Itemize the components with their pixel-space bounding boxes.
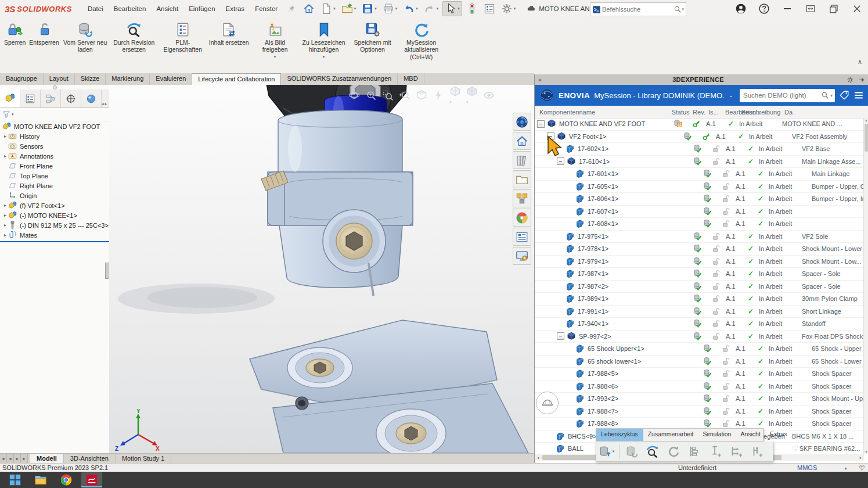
context-tab-simulation[interactable]: Simulation [698,429,736,441]
db-refresh-button[interactable]: Vom Server neu laden [63,20,108,53]
database-upload-dropdown-icon[interactable]: ▾ [613,449,615,454]
collapse-ribbon-icon[interactable]: ∧ [858,58,862,66]
enovia-search[interactable]: ▾ [740,89,835,102]
refresh-session-button[interactable]: MySession aktualisieren (Ctrl+W) [399,20,444,60]
command-search[interactable]: ▾ [590,2,686,16]
table-row[interactable]: 17-987<1>A.1✓In ArbeitSpacer - Sole [535,268,864,281]
first-tab-icon[interactable]: ◂ [0,454,7,464]
undo-dropdown-icon[interactable]: ▾ [416,6,418,11]
view-orientation-dropdown-icon[interactable]: ▾ [449,100,452,104]
plm-properties-button[interactable]: PLM-Eigenschaften [160,20,206,53]
table-row[interactable]: 17-601<1>A.1✓In ArbeitMain Linkage [535,168,864,181]
tree-item-mates[interactable]: ▸Mates [0,230,109,240]
display-style-button[interactable]: ▾ [466,86,478,105]
search-icon[interactable] [673,5,682,13]
gear-icon[interactable] [847,76,854,84]
table-row[interactable]: SP-997<2>A.1✓In ArbeitFox Float DPS Shoc… [535,331,864,343]
feature-tab-ft-dimxpert[interactable] [61,89,81,107]
menu-bearbeiten[interactable]: Bearbeiten [109,0,152,17]
table-row[interactable]: 17-610<1>A.1✓In ArbeitMain Linkage Asse.… [535,156,864,168]
table-row[interactable]: 17-987<2>A.1✓In ArbeitSpacer - Sole [535,281,864,293]
search-dropdown-icon[interactable]: ▾ [682,7,684,12]
select-cursor-dropdown-icon[interactable]: ▾ [458,6,460,11]
orbit-button[interactable] [348,89,360,101]
properties-button[interactable] [482,2,497,16]
search-scope-chevron-icon[interactable]: ▾ [830,93,833,98]
color-wheel-button[interactable] [513,209,531,227]
tab-mbd[interactable]: MBD [398,73,424,85]
scroll-down-icon[interactable]: ▼ [864,450,868,454]
database-refresh-button[interactable] [621,443,642,460]
chrome-taskbar-button[interactable] [56,472,77,487]
expand-arrow-icon[interactable]: ▸ [2,232,8,238]
tab-solidworks-zusatzanwendungen[interactable]: SOLIDWORKS Zusatzanwendungen [281,73,398,85]
expand-collapse-box[interactable] [557,332,564,340]
home-button[interactable] [301,2,316,16]
print-dropdown-icon[interactable]: ▾ [395,6,398,11]
menu-extras[interactable]: Extras [221,0,250,17]
enovia-search-input[interactable] [742,91,820,99]
table-row[interactable]: 17-988<7>A.1✓In ArbeitShock Spacer [535,406,864,418]
prev-tab-icon[interactable]: ◂ [7,454,14,464]
select-cursor-button[interactable]: ▾ [442,1,462,16]
column-header-status[interactable]: Status [670,109,691,116]
context-tab-extras[interactable]: Extras [765,429,792,441]
tab-baugruppe[interactable]: Baugruppe [0,73,44,85]
workflow-button[interactable] [513,189,531,207]
tree-item-annotations[interactable]: ▸Annotations [0,151,109,161]
bookshelf-button[interactable] [513,151,531,169]
expand-arrow-icon[interactable]: ▸ [2,223,8,228]
table-row[interactable]: 17-975<1>A.1✓In ArbeitVF2 Sole [535,231,864,243]
share-image-dropdown-icon[interactable]: ▾ [274,55,276,59]
settings-dropdown-icon[interactable]: ▾ [514,6,516,11]
graphics-viewport[interactable]: ▾▾ Y X Z [109,85,534,453]
windows-start-taskbar-button[interactable] [5,472,26,487]
table-row[interactable]: 17-993<2>A.1✓In ArbeitShock Mount - Uppe… [535,393,864,406]
replace-revision-button[interactable]: Durch Revision ersetzen [111,20,157,53]
table-row[interactable]: 17-608<1>A.1✓In Arbeit [535,218,864,231]
database-upload-button[interactable]: ▾ [596,443,617,460]
context-tab-zusammenarbeit[interactable]: Zusammenarbeit [643,429,698,441]
menu-datei[interactable]: Datei [82,0,109,17]
zoom-fit-button[interactable] [365,89,377,101]
tree-item--moto-knee-1-[interactable]: ▸(-) MOTO KNEE<1> [0,210,109,220]
view-orientation-button[interactable]: ▾ [449,86,461,105]
undo-button[interactable]: ▾ [401,2,420,16]
table-row[interactable]: 17-979<1>A.1✓In ArbeitShock Mount - Low.… [535,256,864,268]
feature-tab-ft-config[interactable] [41,89,61,107]
tab-layout[interactable]: Layout [44,73,75,85]
feature-tab-ft-properties[interactable] [20,89,41,107]
redo-dropdown-icon[interactable]: ▾ [437,6,439,11]
tree-item-origin[interactable]: Origin [0,191,109,200]
display-style-dropdown-icon[interactable]: ▾ [466,100,469,104]
menu-einfügen[interactable]: Einfügen [183,0,220,17]
zoom-area-button[interactable] [382,89,394,101]
pin-panel-icon[interactable] [858,76,865,84]
vertical-scrollbar[interactable]: ▲ ▼ [863,118,868,454]
expand-arrow-icon[interactable]: ▸ [2,153,8,159]
tree-item--din-912-m5-x-25-25c-3-[interactable]: ▸(-) DIN 912 M5 x 25 --- 25C<3> [0,220,109,230]
table-row[interactable]: 17-978<1>A.1✓In ArbeitShock Mount - Lowe… [535,243,864,256]
monitor-settings-button[interactable] [513,247,531,265]
scroll-right-icon[interactable]: ▸ [858,455,864,460]
cad-model-prosthetic-foot[interactable] [109,85,534,453]
panel-splitter-handle[interactable] [0,85,109,89]
save-options-button[interactable]: Speichern mit Optionen [350,20,395,53]
solidworks-2023-taskbar-button[interactable] [81,472,102,487]
doc-tab-motion-study-1[interactable]: Motion Study 1 [116,454,171,464]
tree-item-right-plane[interactable]: Right Plane [0,181,109,191]
context-tab-ansicht[interactable]: Ansicht [736,429,765,441]
help-icon[interactable] [757,2,772,15]
table-row[interactable]: 17-607<1>A.1✓In Arbeit [535,206,864,218]
column-header-beschreibung[interactable]: Beschreibung [741,109,784,116]
open-dropdown-icon[interactable]: ▾ [354,6,356,11]
table-row[interactable]: MOTO KNEE AND VF2 FOOTA.1✓In ArbeitMOTO … [535,118,864,131]
feature-tab-ft-display[interactable] [81,89,102,107]
pin-menu-icon[interactable] [287,5,296,13]
save-dropdown-icon[interactable]: ▾ [374,6,377,11]
table-row[interactable]: 17-989<1>A.1✓In Arbeit30mm Pylon Clamp [535,293,864,306]
tab-strip-scroll-icons[interactable]: ◂ ▸ [102,89,107,107]
tag-icon[interactable] [839,90,849,101]
add-structure-alt-button[interactable] [747,443,768,460]
expand-arrow-icon[interactable]: ▸ [2,203,8,208]
